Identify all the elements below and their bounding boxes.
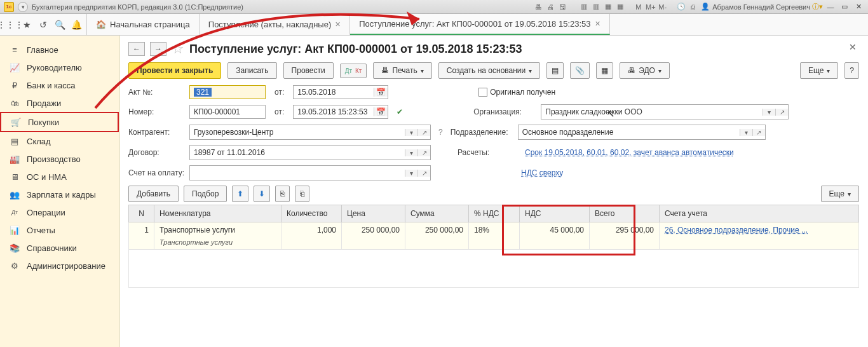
sidebar-item-reports[interactable]: 📊Отчеты — [0, 221, 119, 239]
window-restore[interactable]: ▭ — [839, 3, 850, 11]
vat-link[interactable]: НДС сверху — [521, 168, 563, 177]
number-date-field[interactable]: 19.05.2018 15:23:53📅 — [293, 105, 388, 119]
tab-home[interactable]: 🏠 Начальная страница — [87, 14, 200, 35]
col-item[interactable]: Номенклатура — [154, 205, 281, 222]
col-price[interactable]: Цена — [342, 205, 405, 222]
open-icon[interactable]: ↗ — [417, 129, 430, 136]
m-plus-label[interactable]: M+ — [646, 3, 655, 11]
tab-act[interactable]: Поступление услуг: Акт КП00-000001 от 19… — [350, 14, 609, 35]
sidebar-item-bank[interactable]: ₽Банк и касса — [0, 76, 119, 94]
calendar2-icon[interactable]: ▦ — [615, 3, 625, 11]
sidebar-item-hr[interactable]: 👥Зарплата и кадры — [0, 186, 119, 203]
select-items-button[interactable]: Подбор — [184, 186, 227, 202]
contract-combo[interactable]: 18987 от 11.01.2016▾↗ — [189, 145, 431, 160]
cagent-combo[interactable]: Грузоперевозки-Центр▾↗ — [189, 125, 431, 140]
calendar1-icon[interactable]: ▦ — [603, 3, 613, 11]
chevron-down-icon[interactable]: ▾ — [405, 149, 417, 156]
col-total[interactable]: Всего — [590, 205, 660, 222]
list-icon-button[interactable]: ▦ — [596, 62, 613, 79]
edo-button[interactable]: 🖷ЭДО▾ — [620, 62, 670, 79]
sidebar-item-sales[interactable]: 🛍Продажи — [0, 94, 119, 112]
help-button[interactable]: ? — [844, 62, 859, 79]
refresh-icon[interactable]: ⎙ — [688, 3, 698, 11]
sidebar-item-admin[interactable]: ⚙Администрирование — [0, 257, 119, 275]
sidebar-item-assets[interactable]: 🖥ОС и НМА — [0, 168, 119, 186]
chevron-down-icon[interactable]: ▾ — [405, 129, 417, 136]
chevron-down-icon[interactable]: ▾ — [405, 170, 417, 177]
doc-blue-icon[interactable]: ▥ — [591, 3, 600, 11]
move-down-button[interactable]: ⬇ — [254, 186, 270, 202]
attach-button[interactable]: 📎 — [570, 62, 590, 79]
open-icon[interactable]: ↗ — [417, 149, 430, 156]
bell-icon[interactable]: 🔔 — [71, 20, 81, 30]
checkmark-icon[interactable]: ✔ — [392, 104, 407, 119]
print-icon[interactable]: 🖶 — [534, 3, 543, 11]
col-vatp[interactable]: % НДС — [469, 205, 520, 222]
col-n[interactable]: N — [129, 205, 154, 222]
sidebar-item-warehouse[interactable]: ▤Склад — [0, 132, 119, 150]
chevron-down-icon[interactable]: ▾ — [740, 129, 752, 136]
paste-icon-button[interactable]: ⎗ — [295, 186, 309, 202]
col-vat[interactable]: НДС — [520, 205, 590, 222]
act-no-input[interactable]: 321 — [189, 85, 266, 99]
sidebar-item-manager[interactable]: 📈Руководителю — [0, 58, 119, 76]
clock-icon[interactable]: 🕓 — [676, 3, 686, 11]
dept-combo[interactable]: Основное подразделение▾↗ — [518, 125, 766, 140]
tab-act-close[interactable]: ✕ — [595, 20, 600, 28]
info-icon[interactable]: ⓘ▾ — [813, 3, 822, 11]
sidebar-item-operations[interactable]: ДтОперации — [0, 203, 119, 221]
more-button[interactable]: Еще▾ — [800, 62, 838, 79]
col-qty[interactable]: Количество — [281, 205, 342, 222]
tab-receipts-close[interactable]: ✕ — [335, 20, 341, 29]
calendar-icon[interactable]: 📅 — [374, 88, 388, 97]
open-icon[interactable]: ↗ — [417, 170, 430, 177]
sidebar-item-main[interactable]: ≡Главное — [0, 41, 119, 58]
table-more-button[interactable]: Еще▾ — [821, 186, 859, 202]
m-label[interactable]: M — [634, 3, 643, 11]
table-row[interactable]: 1 Транспортные услуги Транспортные услуг… — [129, 222, 859, 250]
record-button[interactable]: Записать — [227, 62, 276, 79]
window-minimize[interactable]: — — [825, 3, 836, 11]
sidebar-item-catalogs[interactable]: 📚Справочники — [0, 239, 119, 257]
chevron-down-icon[interactable]: ▾ — [763, 109, 775, 116]
printer-icon[interactable]: 🖨 — [546, 3, 555, 11]
apps-icon[interactable]: ⋮⋮⋮ — [5, 20, 15, 30]
org-combo[interactable]: Праздник сладкоежки ООО▾↗ — [541, 104, 789, 119]
favorite-star-icon[interactable]: ☆ — [172, 41, 184, 57]
save-icon[interactable]: 🖫 — [558, 3, 567, 11]
calc-link[interactable]: Срок 19.05.2018, 60.01, 60.02, зачет ава… — [525, 148, 734, 157]
col-accounts[interactable]: Счета учета — [660, 205, 859, 222]
user-name[interactable]: Абрамов Геннадий Сергеевич — [712, 3, 810, 11]
col-sum[interactable]: Сумма — [405, 205, 469, 222]
window-close[interactable]: ✕ — [853, 3, 864, 11]
sidebar-item-purchases[interactable]: 🛒Покупки — [0, 112, 119, 132]
doc-icon-button[interactable]: ▤ — [546, 62, 564, 79]
add-row-button[interactable]: Добавить — [128, 186, 179, 202]
original-received-checkbox[interactable]: Оригинал получен — [478, 88, 555, 97]
doc-green-icon[interactable]: ▥ — [579, 3, 588, 11]
back-nav-button[interactable]: ▾ — [18, 2, 28, 12]
post-button[interactable]: Провести — [283, 62, 334, 79]
help-hint-icon[interactable]: ? — [435, 128, 447, 137]
nav-back-button[interactable]: ← — [128, 42, 145, 56]
content-close[interactable]: ✕ — [849, 42, 857, 52]
star-icon[interactable]: ★ — [22, 20, 32, 30]
m-minus-label[interactable]: M- — [658, 3, 667, 11]
act-date-field[interactable]: 15.05.2018📅 — [293, 85, 388, 99]
create-on-basis-button[interactable]: Создать на основании▾ — [438, 62, 541, 79]
open-icon[interactable]: ↗ — [775, 109, 788, 116]
search-icon[interactable]: 🔍 — [55, 20, 65, 30]
dt-kt-button[interactable]: ДтКт — [340, 64, 367, 78]
print-button[interactable]: 🖶Печать▾ — [373, 62, 431, 79]
calendar-icon[interactable]: 📅 — [374, 107, 388, 116]
history-icon[interactable]: ↺ — [38, 20, 48, 30]
post-and-close-button[interactable]: Провести и закрыть — [128, 62, 221, 79]
nav-forward-button[interactable]: → — [150, 42, 166, 56]
number-input[interactable]: КП00-000001 — [189, 105, 266, 119]
open-icon[interactable]: ↗ — [752, 129, 765, 136]
invoice-combo[interactable]: ▾↗ — [189, 165, 431, 180]
tab-receipts[interactable]: Поступление (акты, накладные) ✕ — [200, 14, 350, 35]
move-up-button[interactable]: ⬆ — [232, 186, 248, 202]
sidebar-item-production[interactable]: 🏭Производство — [0, 150, 119, 168]
copy-icon-button[interactable]: ⎘ — [275, 186, 290, 202]
